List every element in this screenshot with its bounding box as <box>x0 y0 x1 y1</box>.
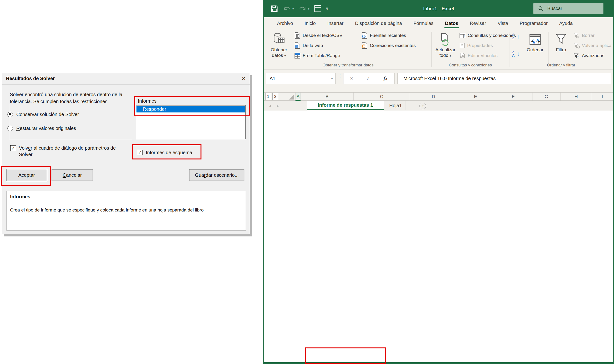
sort-za-button[interactable]: ZA↓ <box>512 50 520 58</box>
menu-tab-revisar[interactable]: Revisar <box>464 17 492 29</box>
database-icon <box>273 31 285 46</box>
column-header-H[interactable]: H <box>561 92 592 101</box>
column-header-I[interactable]: I <box>592 92 613 101</box>
ribbon-divider <box>509 32 509 67</box>
existing-connections-button[interactable]: Conexiones existentes <box>361 42 416 49</box>
column-header-C[interactable]: C <box>353 92 410 101</box>
cancel-entry-icon[interactable]: × <box>350 76 353 81</box>
down-arrow-icon: ↓ <box>517 33 520 40</box>
outline-level-1-button[interactable]: 1 <box>265 93 271 100</box>
from-web-button[interactable]: De la web <box>294 42 323 49</box>
reports-panel-description: Crea el tipo de informe que se especifiq… <box>10 208 240 213</box>
properties-label: Propiedades <box>467 43 493 48</box>
menu-tab-disposición-de-página[interactable]: Disposición de página <box>349 17 408 29</box>
radio-selected-icon[interactable] <box>7 112 13 117</box>
sheet-nav-left-icon[interactable]: ◄ <box>267 104 272 108</box>
chevron-down-icon: ▾ <box>284 54 286 58</box>
search-box[interactable]: Buscar <box>533 3 603 14</box>
clear-funnel-icon <box>574 32 580 39</box>
cancel-button[interactable]: Cancelar <box>52 169 93 181</box>
dialog-title: Resultados de Solver <box>6 76 55 81</box>
reports-list-label: Informes <box>138 98 157 104</box>
recent-sources-button[interactable]: Fuentes recientes <box>361 32 406 39</box>
from-web-label: De la web <box>303 43 323 48</box>
sheet-tab-informe-de-respuestas-1[interactable]: Informe de respuestas 1 <box>307 101 384 110</box>
menu-tab-insertar[interactable]: Insertar <box>321 17 349 29</box>
close-icon[interactable]: × <box>242 74 246 82</box>
properties-button: Propiedades <box>459 42 493 49</box>
queries-connections-label: Consultas y conexiones <box>468 33 516 38</box>
radio-restore-original-values[interactable]: Restaurar valores originales <box>7 126 76 131</box>
edit-links-button: Editar vínculos <box>459 52 498 59</box>
sort-button[interactable]: ZAAZ Ordenar <box>523 31 547 66</box>
from-table-range-label: From Table/Range <box>303 53 340 58</box>
solver-results-dialog: Resultados de Solver × Solver encontró u… <box>2 73 250 234</box>
queries-connections-button[interactable]: Consultas y conexiones <box>459 32 516 39</box>
advanced-filter-button[interactable]: Avanzadas <box>574 52 604 59</box>
sort-label: Ordenar <box>527 47 544 52</box>
edit-links-label: Editar vínculos <box>468 53 498 58</box>
report-item-responder[interactable]: Responder <box>136 106 245 112</box>
checkbox-outline-reports[interactable]: ✓ Informes de esquema <box>137 150 192 155</box>
enter-entry-icon[interactable]: ✓ <box>366 76 371 81</box>
menu-tab-vista[interactable]: Vista <box>492 17 514 29</box>
menu-tab-fórmulas[interactable]: Fórmulas <box>408 17 439 29</box>
filter-label: Filtro <box>556 47 566 52</box>
formula-text: Microsoft Excel 16.0 Informe de respuest… <box>404 76 496 81</box>
reports-listbox[interactable]: Responder <box>136 105 246 139</box>
sort-az-button[interactable]: AZ↓ <box>512 33 520 40</box>
refresh-all-label2: todo <box>439 53 448 58</box>
menu-tab-inicio[interactable]: Inicio <box>299 17 322 29</box>
get-data-button[interactable]: Obtener datos ▾ <box>266 31 291 66</box>
group-label-queries-connections: Consultas y conexiones <box>431 63 509 68</box>
name-box-value: A1 <box>270 76 275 81</box>
menu-tab-ayuda[interactable]: Ayuda <box>553 17 578 29</box>
column-header-F[interactable]: F <box>494 92 533 101</box>
recent-sources-icon <box>361 32 368 39</box>
ribbon-divider <box>431 32 432 67</box>
refresh-all-button[interactable]: Actualizar todo ▾ <box>433 31 457 66</box>
menu-tab-archivo[interactable]: Archivo <box>271 17 299 29</box>
properties-icon <box>459 43 465 48</box>
radio-keep-solver-solution[interactable]: Conservar solución de Solver <box>7 112 79 117</box>
sheet-nav-right-icon[interactable]: ► <box>275 104 280 108</box>
column-header-E[interactable]: E <box>457 92 494 101</box>
solver-result-message: Solver encontró una solución de enteros … <box>10 91 133 105</box>
web-file-icon <box>294 42 300 49</box>
refresh-icon <box>440 31 451 46</box>
accept-button[interactable]: Aceptar <box>6 169 47 181</box>
checkbox-checked-icon[interactable]: ✓ <box>10 145 16 151</box>
checkbox-checked-icon[interactable]: ✓ <box>137 150 143 155</box>
outline-level-2-button[interactable]: 2 <box>273 93 278 100</box>
sheet-tab-hoja1[interactable]: Hoja1 <box>385 101 406 110</box>
menu-tab-programador[interactable]: Programador <box>514 17 554 29</box>
select-all-corner[interactable] <box>278 92 296 101</box>
new-sheet-icon[interactable]: + <box>419 103 426 109</box>
column-header-B[interactable]: B <box>301 92 353 101</box>
column-header-G[interactable]: G <box>533 92 561 101</box>
from-text-csv-button[interactable]: Desde el texto/CSV <box>294 32 342 39</box>
formula-bar-handle[interactable]: ⋮ <box>338 75 342 77</box>
from-table-range-button[interactable]: From Table/Range <box>294 52 340 59</box>
excel-window: ▾ ▾ ▾ Libro1 - Excel Buscar ArchivoInici… <box>263 0 614 364</box>
name-box[interactable]: A1 ▾ <box>266 73 336 84</box>
refresh-all-label: Actualizar <box>435 47 455 52</box>
reports-panel-title: Informes <box>10 194 30 199</box>
existing-connections-icon <box>361 42 368 49</box>
reapply-filter-label: Volver a aplicar <box>582 43 613 48</box>
checkbox-return-label: Volver al cuadro de diálogo de parámetro… <box>19 145 127 158</box>
column-header-A[interactable]: A <box>296 92 301 101</box>
radio-restore-label: Restaurar valores originales <box>16 126 76 131</box>
checkbox-return-to-dialog[interactable]: ✓ Volver al cuadro de diálogo de parámet… <box>10 145 130 158</box>
name-box-dropdown-icon[interactable]: ▾ <box>331 76 333 80</box>
filter-button[interactable]: Filtro <box>551 31 571 66</box>
group-label-get-transform: Obtener y transformar datos <box>266 63 430 68</box>
menu-tab-datos[interactable]: Datos <box>439 17 464 29</box>
save-scenario-button[interactable]: Guardar escenario... <box>189 169 244 181</box>
formula-input[interactable]: Microsoft Excel 16.0 Informe de respuest… <box>397 73 611 84</box>
radio-unselected-icon[interactable] <box>7 126 13 131</box>
column-header-D[interactable]: D <box>410 92 457 101</box>
insert-function-icon[interactable]: fx <box>383 76 388 81</box>
table-range-icon <box>294 52 300 59</box>
group-label-sort-filter: Ordenar y filtrar <box>509 63 613 68</box>
